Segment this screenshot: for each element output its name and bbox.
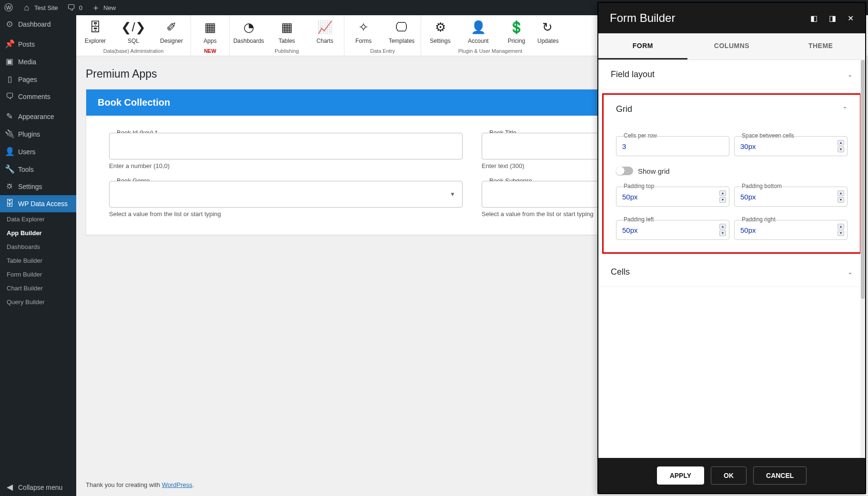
sidebar-item-dashboard[interactable]: ⊙Dashboard [0, 15, 76, 33]
tool-charts[interactable]: 📈Charts [306, 15, 344, 47]
sidebar-item-users[interactable]: 👤Users [0, 143, 76, 160]
tab-columns[interactable]: COLUMNS [687, 33, 777, 60]
field-hint: Enter a number (10,0) [109, 162, 463, 169]
step-up-icon[interactable]: ▴ [838, 190, 844, 196]
wordpress-link[interactable]: WordPress [162, 481, 192, 488]
group-label: Publishing [230, 47, 344, 56]
step-down-icon[interactable]: ▾ [719, 197, 726, 203]
padding-left-input[interactable]: 50px ▴▾ [616, 220, 729, 240]
tool-forms[interactable]: ✧Forms [344, 15, 383, 47]
step-up-icon[interactable]: ▴ [719, 190, 726, 196]
padding-right-input[interactable]: 50px ▴▾ [734, 220, 848, 240]
tool-sql[interactable]: ❮/❯SQL [114, 15, 152, 47]
dock-right-icon[interactable]: ◨ [829, 14, 836, 23]
new-label: New [103, 4, 116, 11]
sidebar-sub-chart-builder[interactable]: Chart Builder [0, 281, 76, 295]
cancel-button[interactable]: CANCEL [753, 466, 807, 485]
sidebar-sub-query-builder[interactable]: Query Builder [0, 295, 76, 309]
tool-settings[interactable]: ⚙Settings [421, 15, 459, 47]
sidebar-item-pages[interactable]: ▯Pages [0, 70, 76, 88]
collapse-icon: ◀ [5, 482, 14, 492]
sidebar-item-label: Media [18, 58, 36, 66]
database-icon: 🗄 [5, 199, 14, 208]
chevron-down-icon: ▼ [450, 191, 455, 198]
scrollbar[interactable] [860, 60, 865, 458]
sidebar-item-label: Users [18, 148, 36, 156]
cells-per-row-input[interactable]: 3 [616, 136, 729, 156]
tool-updates[interactable]: ↻Updates [535, 15, 559, 47]
tab-form[interactable]: FORM [598, 33, 687, 60]
sidebar-sub-dashboards[interactable]: Dashboards [0, 240, 76, 254]
sidebar-item-plugins[interactable]: 🔌Plugins [0, 125, 76, 143]
sidebar-item-label: Dashboard [18, 20, 51, 28]
site-name-label: Test Site [34, 4, 58, 11]
tool-account[interactable]: 👤Account [459, 15, 497, 47]
sidebar-sub-form-builder[interactable]: Form Builder [0, 268, 76, 281]
space-between-cells-input[interactable]: 30px ▴▾ [734, 136, 848, 156]
apply-button[interactable]: APPLY [657, 466, 704, 485]
wp-logo[interactable]: ⓦ [4, 3, 13, 12]
collapse-menu[interactable]: ◀Collapse menu [0, 478, 76, 496]
sidebar-sub-table-builder[interactable]: Table Builder [0, 254, 76, 268]
section-cells[interactable]: Cells ⌄ [598, 258, 865, 287]
site-name[interactable]: ⌂Test Site [22, 3, 58, 12]
admin-sidebar: ⊙Dashboard 📌Posts ▣Media ▯Pages 🗨Comment… [0, 15, 76, 496]
tab-theme[interactable]: THEME [776, 33, 865, 60]
field-book-genre: Book Genre ▼ Select a value from the lis… [109, 181, 463, 218]
step-down-icon[interactable]: ▾ [719, 230, 726, 236]
step-up-icon[interactable]: ▴ [838, 140, 844, 146]
step-down-icon[interactable]: ▾ [838, 147, 844, 152]
badge-new: NEW [191, 47, 229, 56]
section-field-layout[interactable]: Field layout ⌄ [598, 60, 865, 89]
step-up-icon[interactable]: ▴ [838, 224, 844, 229]
comments-count: 0 [79, 4, 82, 11]
panel-footer: APPLY OK CANCEL [598, 458, 865, 493]
chevron-down-icon: ⌄ [848, 71, 853, 78]
sidebar-item-posts[interactable]: 📌Posts [0, 35, 76, 53]
tool-tables[interactable]: ▦Tables [268, 15, 306, 47]
ok-button[interactable]: OK [711, 466, 747, 485]
sidebar-sub-app-builder[interactable]: App Builder [0, 226, 76, 240]
new-content[interactable]: ＋New [91, 3, 116, 12]
comments-bubble[interactable]: 🗨0 [67, 3, 82, 12]
tool-apps[interactable]: ▦Apps [191, 15, 229, 47]
sidebar-item-tools[interactable]: 🔧Tools [0, 160, 76, 178]
padding-top-input[interactable]: 50px ▴▾ [616, 187, 729, 207]
section-title: Cells [611, 267, 630, 277]
show-grid-toggle[interactable] [616, 167, 633, 175]
tool-designer[interactable]: ✐Designer [152, 15, 191, 47]
section-grid[interactable]: Grid ⌃ [604, 95, 860, 124]
grid-section-highlight: Grid ⌃ Cells per row 3 Space between cel… [602, 93, 861, 254]
tool-explorer[interactable]: 🗄Explorer [76, 15, 114, 47]
sidebar-item-comments[interactable]: 🗨Comments [0, 88, 76, 105]
sidebar-sub-data-explorer[interactable]: Data Explorer [0, 212, 76, 226]
chevron-down-icon: ⌄ [848, 268, 853, 276]
wrench-icon: 🔧 [5, 164, 14, 174]
tool-templates[interactable]: 🖵Templates [383, 15, 421, 47]
padding-bottom-input[interactable]: 50px ▴▾ [734, 187, 848, 207]
group-label: Data(base) Administration [76, 47, 191, 56]
sidebar-item-media[interactable]: ▣Media [0, 53, 76, 70]
sidebar-item-settings[interactable]: ⛭Settings [0, 178, 76, 195]
section-title: Field layout [611, 69, 655, 79]
sidebar-item-label: WP Data Access [18, 200, 68, 208]
tool-pricing[interactable]: 💲Pricing [497, 15, 535, 47]
book-genre-select[interactable]: ▼ [109, 181, 463, 208]
field-padding-top: Padding top 50px ▴▾ [616, 187, 729, 207]
field-hint: Select a value from the list or start ty… [109, 210, 463, 218]
field-padding-bottom: Padding bottom 50px ▴▾ [734, 187, 848, 207]
sidebar-item-wp-data-access[interactable]: 🗄WP Data Access [0, 195, 76, 212]
sidebar-item-appearance[interactable]: ✎Appearance [0, 108, 76, 125]
panel-header: Form Builder ◧ ◨ ✕ [598, 3, 865, 33]
sidebar-item-label: Comments [18, 93, 50, 100]
tool-dashboards[interactable]: ◔Dashboards [230, 15, 268, 47]
sidebar-item-label: Settings [18, 183, 42, 190]
dock-left-icon[interactable]: ◧ [810, 14, 818, 23]
section-title: Grid [616, 104, 632, 114]
panel-body: Field layout ⌄ Grid ⌃ Cells per row 3 [598, 60, 865, 458]
book-id-input[interactable] [109, 133, 463, 159]
close-icon[interactable]: ✕ [848, 14, 854, 23]
step-down-icon[interactable]: ▾ [838, 197, 844, 203]
step-down-icon[interactable]: ▾ [838, 230, 844, 236]
step-up-icon[interactable]: ▴ [719, 224, 726, 229]
